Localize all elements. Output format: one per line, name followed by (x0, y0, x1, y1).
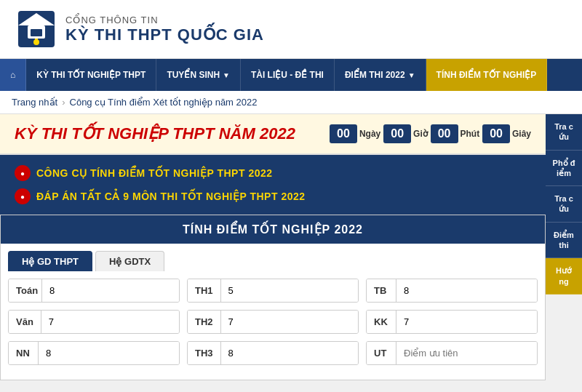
nav-tuyen-sinh[interactable]: TUYỂN SINH ▼ (156, 59, 241, 91)
input-toan[interactable] (41, 279, 179, 302)
label-th1: TH1 (188, 279, 220, 302)
input-nn[interactable] (38, 342, 179, 364)
blue-link-cong-cu[interactable]: ● CÔNG CỤ TÍNH ĐIỂM TỐT NGHIỆP THPT 2022 (15, 165, 531, 181)
nav-tai-lieu[interactable]: TÀI LIỆU - ĐỀ THI (241, 59, 335, 91)
sidebar-btn-tra-cu-2[interactable]: Tra cứu (546, 186, 582, 223)
input-ut[interactable] (396, 342, 537, 364)
blue-link-text-2: ĐÁP ÁN TẤT CẢ 9 MÔN THI TỐT NGHIỆP THPT … (36, 191, 306, 202)
label-th3: TH3 (188, 342, 220, 364)
nav-tinh-diem[interactable]: TÍNH ĐIỂM TỐT NGHIỆP (426, 59, 548, 91)
field-tb: TB (366, 279, 538, 303)
countdown: 00 Ngày 00 Giờ 00 Phút 00 Giây (330, 124, 531, 143)
field-th2: TH2 (187, 310, 359, 334)
input-th3[interactable] (220, 342, 358, 364)
nav-home[interactable]: ⌂ (0, 59, 26, 91)
svg-rect-3 (31, 29, 42, 36)
field-van: Văn (8, 310, 180, 334)
input-tb[interactable] (396, 279, 537, 302)
tab-bar: Hệ GD THPT Hệ GDTX (1, 244, 545, 271)
minutes-value: 00 (431, 124, 458, 143)
field-kk: KK (366, 310, 538, 334)
nav-ky-thi[interactable]: KỲ THI TỐT NGHIỆP THPT (26, 59, 156, 91)
form-section: TÍNH ĐIỂM TỐT NGHIỆP 2022 Hệ GD THPT Hệ … (0, 215, 546, 380)
blue-link-text-1: CÔNG CỤ TÍNH ĐIỂM TỐT NGHIỆP THPT 2022 (36, 167, 273, 179)
form-row-2: NN TH3 UT (8, 341, 538, 365)
header-title: CỔNG THÔNG TIN KỲ THI THPT QUỐC GIA (65, 15, 264, 44)
field-nn: NN (8, 341, 180, 365)
countdown-seconds: 00 Giây (482, 124, 531, 143)
header-subtitle: CỔNG THÔNG TIN (65, 15, 264, 25)
breadcrumb: Trang nhất › Công cụ Tính điểm Xét tốt n… (0, 91, 582, 114)
days-value: 00 (330, 124, 357, 143)
nav-diem-thi[interactable]: ĐIỂM THI 2022 ▼ (335, 59, 426, 91)
svg-rect-5 (35, 39, 38, 42)
form-header: TÍNH ĐIỂM TỐT NGHIỆP 2022 (1, 215, 545, 244)
form-body: Toán TH1 TB Văn (1, 271, 545, 380)
minutes-label: Phút (461, 129, 480, 139)
home-icon: ⌂ (10, 70, 15, 80)
countdown-days: 00 Ngày (330, 124, 380, 143)
hours-value: 00 (383, 124, 411, 143)
content-area: KỲ THI TỐT NGHIỆP THPT NĂM 2022 00 Ngày … (0, 114, 546, 380)
days-label: Ngày (359, 129, 380, 139)
blue-link-dap-an[interactable]: ● ĐÁP ÁN TẤT CẢ 9 MÔN THI TỐT NGHIỆP THP… (15, 188, 531, 204)
input-van[interactable] (41, 311, 179, 333)
right-sidebar: Tra cứu Phổ điểm Tra cứu Điểmthi Hướng (546, 114, 582, 380)
label-tb: TB (367, 279, 396, 302)
form-row-0: Toán TH1 TB (8, 279, 538, 303)
countdown-hours: 00 Giờ (383, 124, 427, 143)
label-toan: Toán (9, 279, 41, 302)
chevron-down-icon: ▼ (223, 71, 230, 79)
navbar: ⌂ KỲ THI TỐT NGHIỆP THPT TUYỂN SINH ▼ TÀ… (0, 59, 582, 91)
sidebar-btn-diem-thi[interactable]: Điểmthi (546, 223, 582, 259)
field-th1: TH1 (187, 279, 359, 303)
link-icon-1: ● (15, 165, 31, 181)
field-th3: TH3 (187, 341, 359, 365)
input-th1[interactable] (220, 279, 358, 302)
banner: KỲ THI TỐT NGHIỆP THPT NĂM 2022 00 Ngày … (0, 114, 546, 155)
tab-hegd-thpt[interactable]: Hệ GD THPT (8, 251, 92, 271)
chevron-down-icon-2: ▼ (408, 71, 415, 79)
blue-section: ● CÔNG CỤ TÍNH ĐIỂM TỐT NGHIỆP THPT 2022… (0, 155, 546, 215)
breadcrumb-sep: › (62, 97, 65, 108)
link-icon-2: ● (15, 188, 31, 204)
hours-label: Giờ (413, 129, 428, 139)
countdown-minutes: 00 Phút (431, 124, 479, 143)
site-header: CỔNG THÔNG TIN KỲ THI THPT QUỐC GIA (0, 0, 582, 59)
input-kk[interactable] (396, 311, 537, 333)
tab-hegdtx[interactable]: Hệ GDTX (95, 251, 164, 271)
seconds-label: Giây (512, 129, 531, 139)
logo[interactable]: CỔNG THÔNG TIN KỲ THI THPT QUỐC GIA (15, 7, 264, 51)
banner-title: KỲ THI TỐT NGHIỆP THPT NĂM 2022 (15, 124, 295, 143)
sidebar-btn-huong-dan[interactable]: Hướng (546, 258, 582, 295)
label-van: Văn (9, 311, 41, 333)
label-ut: UT (367, 342, 396, 364)
logo-icon (15, 7, 58, 51)
input-th2[interactable] (220, 311, 358, 333)
main-content: KỲ THI TỐT NGHIỆP THPT NĂM 2022 00 Ngày … (0, 114, 582, 380)
label-th2: TH2 (188, 311, 220, 333)
field-toan: Toán (8, 279, 180, 303)
label-nn: NN (9, 342, 38, 364)
header-main-title: KỲ THI THPT QUỐC GIA (65, 25, 264, 44)
sidebar-btn-tra-cu-1[interactable]: Tra cứu (546, 114, 582, 151)
field-ut: UT (366, 341, 538, 365)
breadcrumb-home[interactable]: Trang nhất (12, 97, 57, 108)
label-kk: KK (367, 311, 396, 333)
sidebar-btn-pho-diem[interactable]: Phổ điểm (546, 151, 582, 187)
seconds-value: 00 (482, 124, 510, 143)
form-row-1: Văn TH2 KK (8, 310, 538, 334)
breadcrumb-current[interactable]: Công cụ Tính điểm Xét tốt nghiệp năm 202… (70, 97, 258, 108)
